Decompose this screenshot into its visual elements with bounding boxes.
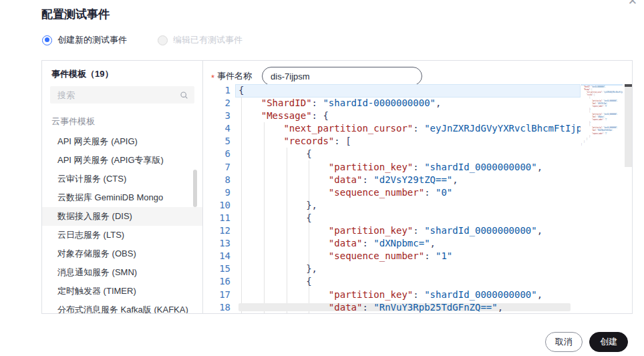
event-name-input[interactable] [262, 67, 422, 85]
close-icon[interactable]: ✕ [628, 0, 637, 7]
sidebar-item[interactable]: 消息通知服务 (SMN) [42, 263, 202, 282]
sidebar-item[interactable]: API 网关服务 (APIG专享版) [42, 151, 202, 170]
event-name-label: 事件名称 [217, 70, 252, 82]
sidebar-item[interactable]: 分布式消息服务 Kafka版 (KAFKA) [42, 301, 202, 313]
mode-radio-group: 创建新的测试事件 编辑已有测试事件 [42, 34, 243, 46]
radio-disabled-icon [158, 35, 168, 45]
editor-vertical-scrollbar[interactable] [625, 84, 632, 167]
template-search-box [50, 86, 194, 104]
create-button[interactable]: 创建 [589, 332, 628, 352]
search-input[interactable] [56, 90, 180, 101]
search-icon [180, 91, 188, 100]
sidebar-item[interactable]: 云数据库 GeminiDB Mongo [42, 188, 202, 207]
template-list: API 网关服务 (APIG)API 网关服务 (APIG专享版)云审计服务 (… [42, 132, 202, 313]
sidebar-scrollbar[interactable] [193, 170, 197, 207]
radio-create-label: 创建新的测试事件 [57, 34, 127, 46]
template-sidebar: 事件模板（19） 云事件模板 API 网关服务 (APIG)API 网关服务 (… [42, 61, 203, 313]
sidebar-item[interactable]: 定时触发器 (TIMER) [42, 282, 202, 301]
radio-create-new[interactable]: 创建新的测试事件 [42, 34, 127, 46]
sidebar-item[interactable]: 对象存储服务 (OBS) [42, 244, 202, 263]
required-star: * [211, 73, 214, 83]
sidebar-item[interactable]: 云日志服务 (LTS) [42, 226, 202, 244]
sidebar-item[interactable]: 数据接入服务 (DIS) [42, 207, 202, 226]
code-content[interactable]: { "ShardID": "shardId-0000000000", "Mess… [238, 84, 581, 313]
cancel-button[interactable]: 取消 [545, 332, 583, 352]
radio-edit-existing[interactable]: 编辑已有测试事件 [158, 34, 243, 46]
sidebar-item[interactable]: 云审计服务 (CTS) [42, 170, 202, 188]
radio-edit-label: 编辑已有测试事件 [173, 34, 243, 46]
template-category-label: 云事件模板 [42, 110, 202, 132]
scrollbar-thumb[interactable] [625, 84, 632, 87]
line-number-gutter: 123456789101112131415161718 [204, 84, 230, 313]
json-code-editor[interactable]: 123456789101112131415161718 { "ShardID":… [204, 84, 632, 313]
event-name-row: * 事件名称 [211, 66, 422, 86]
template-list-header: 事件模板（19） [42, 61, 202, 83]
sidebar-item[interactable]: API 网关服务 (APIG) [42, 132, 202, 151]
page-title: 配置测试事件 [41, 7, 110, 22]
editor-minimap[interactable]: { "ShardID": "shardId-0000000000", "Mess… [581, 84, 623, 171]
minimap-content: { "ShardID": "shardId-0000000000", "Mess… [581, 84, 623, 146]
radio-selected-icon [42, 35, 52, 45]
event-config-pane: * 事件名称 123456789101112131415161718 { "Sh… [204, 61, 632, 313]
config-panel: 事件模板（19） 云事件模板 API 网关服务 (APIG)API 网关服务 (… [41, 60, 633, 314]
